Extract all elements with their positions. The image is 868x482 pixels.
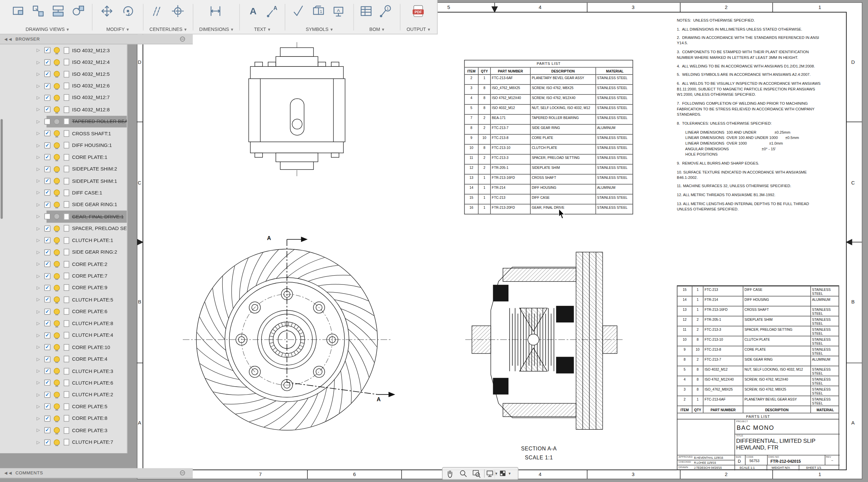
tree-item[interactable]: ▷✓CLUTCH PLATE:6 xyxy=(0,377,127,389)
tree-item-label[interactable]: CLUTCH PLATE:7 xyxy=(72,440,113,445)
tree-item-label[interactable]: CORE PLATE:3 xyxy=(72,427,107,433)
dimension-icon[interactable] xyxy=(207,3,224,19)
tree-item-label[interactable]: CLUTCH PLATE:2 xyxy=(72,392,113,398)
disclosure-icon[interactable]: ▷ xyxy=(36,131,44,136)
leader-text-icon[interactable]: A xyxy=(265,3,281,19)
tree-item-label[interactable]: CLUTCH PLATE:1 xyxy=(72,238,113,243)
tree-item-label[interactable]: SIDEPLATE SHIM:2 xyxy=(72,166,117,172)
tree-item[interactable]: ▷✓CLUTCH PLATE:8 xyxy=(0,318,127,329)
bulb-icon[interactable] xyxy=(54,118,60,124)
visibility-checkbox[interactable]: ✓ xyxy=(44,59,50,65)
bulb-icon[interactable] xyxy=(54,190,60,196)
visibility-checkbox[interactable]: ✓ xyxy=(44,225,50,231)
tree-item[interactable]: ▷✓ISO 4032_M12:3 xyxy=(0,44,127,56)
tree-item[interactable]: ▷✓CLUTCH PLATE:3 xyxy=(0,365,127,377)
disclosure-icon[interactable]: ▷ xyxy=(36,404,44,409)
bulb-icon[interactable] xyxy=(54,332,60,338)
disclosure-icon[interactable]: ▷ xyxy=(36,107,44,112)
centerline-icon[interactable] xyxy=(149,3,165,19)
rotate-icon[interactable] xyxy=(120,3,136,19)
browser-tree[interactable]: ▷✓ISO 4032_M12:3▷✓ISO 4032_M12:4▷✓ISO 40… xyxy=(0,44,127,453)
tree-item-label[interactable]: CROSS SHAFT:1 xyxy=(72,131,111,136)
disclosure-icon[interactable]: ▷ xyxy=(36,95,44,100)
tree-item-label[interactable]: CORE PLATE:7 xyxy=(72,273,107,279)
visibility-checkbox[interactable]: ✓ xyxy=(44,261,50,267)
tree-item[interactable]: ▷✓CORE PLATE:5 xyxy=(0,400,127,413)
tree-item[interactable]: ▷✓CORE PLATE:3 xyxy=(0,424,127,436)
tree-item[interactable]: ▷✓SIDE GEAR RING:1 xyxy=(0,199,127,211)
title-block[interactable]: PROJECT BAC MONO TITLE DIFFERENTIAL, LIM… xyxy=(677,419,839,470)
projected-view-icon[interactable] xyxy=(30,3,46,19)
disclosure-icon[interactable]: ▷ xyxy=(36,333,44,338)
modify-menu[interactable]: MODIFY▼ xyxy=(94,27,142,32)
tree-item[interactable]: ▷✓ISO 4032_M12:4 xyxy=(0,56,127,68)
text-menu[interactable]: TEXT▼ xyxy=(242,27,284,32)
tree-item-label[interactable]: CLUTCH PLATE:3 xyxy=(72,368,113,374)
tree-item-label[interactable]: SIDE GEAR RING:2 xyxy=(72,249,117,255)
parts-list-icon[interactable] xyxy=(358,3,374,19)
visibility-checkbox[interactable]: ✓ xyxy=(44,403,50,410)
tree-item-label[interactable]: CORE PLATE:4 xyxy=(72,356,107,362)
tree-item-label[interactable]: ISO 4032_M12:7 xyxy=(72,95,110,101)
tree-item-label[interactable]: CORE PLATE:2 xyxy=(72,261,107,267)
center-mark-icon[interactable] xyxy=(169,3,186,19)
bulb-icon[interactable] xyxy=(54,285,60,291)
bulb-icon[interactable] xyxy=(54,142,60,148)
visibility-checkbox[interactable]: ✓ xyxy=(44,83,50,89)
tree-item[interactable]: ▷✓ISO 4032_M12:7 xyxy=(0,92,127,104)
disclosure-icon[interactable]: ▷ xyxy=(36,380,44,385)
disclosure-icon[interactable]: ▷ xyxy=(36,285,44,290)
disclosure-icon[interactable]: ▷ xyxy=(36,262,44,267)
pan-icon[interactable] xyxy=(444,468,457,479)
visibility-checkbox[interactable]: ✓ xyxy=(44,344,50,350)
parts-list-table-top[interactable]: PARTS LISTITEMQTYPART NUMBERDESCRIPTIONM… xyxy=(464,60,633,214)
disclosure-icon[interactable]: ▷ xyxy=(36,179,44,183)
bulb-icon[interactable] xyxy=(54,107,60,113)
tree-item[interactable]: ▷GEAR, FINAL DRIVE:1 xyxy=(0,211,127,223)
tree-item-label[interactable]: ISO 4032_M12:3 xyxy=(72,48,110,53)
bulb-icon[interactable] xyxy=(54,308,60,314)
tree-item[interactable]: ▷✓CLUTCH PLATE:2 xyxy=(0,389,127,401)
move-icon[interactable] xyxy=(99,3,115,19)
visibility-checkbox[interactable]: ✓ xyxy=(44,427,50,433)
disclosure-icon[interactable]: ▷ xyxy=(36,202,44,207)
bulb-icon[interactable] xyxy=(54,380,60,386)
tree-item-label[interactable]: DIFF CASE:1 xyxy=(72,190,102,196)
disclosure-icon[interactable]: ▷ xyxy=(36,250,44,254)
visibility-checkbox[interactable]: ✓ xyxy=(44,237,50,243)
disclosure-icon[interactable]: ▷ xyxy=(36,321,44,326)
disclosure-icon[interactable]: ▷ xyxy=(36,428,44,433)
drawing-views-menu[interactable]: DRAWING VIEWS▼ xyxy=(6,27,90,32)
bulb-icon[interactable] xyxy=(54,83,60,89)
tree-item[interactable]: ▷✓CLUTCH PLATE:1 xyxy=(0,234,127,246)
tree-item[interactable]: ▷✓CORE PLATE:6 xyxy=(0,305,127,318)
tree-item-label[interactable]: ISO 4032_M12:8 xyxy=(72,107,110,113)
collapse-panel-icon[interactable]: ◄◄ xyxy=(3,470,12,476)
bulb-icon[interactable] xyxy=(54,166,60,172)
bulb-icon[interactable] xyxy=(54,225,60,231)
disclosure-icon[interactable]: ▷ xyxy=(36,48,44,53)
disclosure-icon[interactable]: ▷ xyxy=(36,274,44,278)
bulb-icon[interactable] xyxy=(54,321,60,326)
disclosure-icon[interactable]: ▷ xyxy=(36,416,44,421)
bulb-icon[interactable] xyxy=(54,392,60,398)
visibility-checkbox[interactable]: ✓ xyxy=(44,273,50,279)
zoom-icon[interactable] xyxy=(458,468,470,479)
bulb-icon[interactable] xyxy=(54,297,60,302)
visibility-checkbox[interactable]: ✓ xyxy=(44,439,50,445)
bulb-icon[interactable] xyxy=(54,273,60,279)
tree-item[interactable]: ▷✓SPACER, PRELOAD SETTING:1 xyxy=(0,222,127,234)
visibility-checkbox[interactable] xyxy=(44,213,50,219)
visibility-checkbox[interactable]: ✓ xyxy=(44,416,50,422)
tree-item[interactable]: ▷✓CORE PLATE:7 xyxy=(0,270,127,282)
visibility-checkbox[interactable]: ✓ xyxy=(44,71,50,77)
tree-item[interactable]: ▷✓CLUTCH PLATE:7 xyxy=(0,436,127,448)
output-menu[interactable]: OUTPUT▼ xyxy=(402,27,435,32)
visibility-checkbox[interactable]: ✓ xyxy=(44,356,50,362)
bulb-icon[interactable] xyxy=(54,237,60,243)
visibility-checkbox[interactable]: ✓ xyxy=(44,202,50,208)
output-pdf-icon[interactable]: PDF xyxy=(410,3,426,19)
tree-item[interactable]: ▷✓CLUTCH PLATE:4 xyxy=(0,329,127,341)
visibility-checkbox[interactable]: ✓ xyxy=(44,321,50,326)
disclosure-icon[interactable]: ▷ xyxy=(36,84,44,88)
